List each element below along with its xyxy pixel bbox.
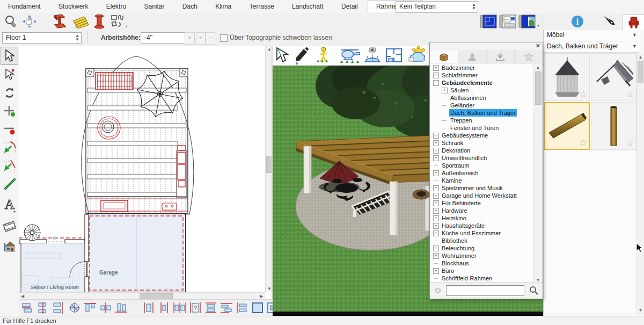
collapse-icon[interactable] [433, 80, 439, 86]
joists-center-line-icon[interactable] [36, 301, 50, 314]
expand-icon[interactable] [433, 208, 439, 214]
catalog-tree[interactable]: Badezimmer Schlafzimmer Gebäudeelemente … [430, 64, 535, 284]
panel-outline-icon[interactable] [251, 301, 265, 314]
tree-item[interactable]: Für Behinderte [430, 199, 535, 207]
scroll-up-icon[interactable]: ▲ [534, 65, 542, 70]
opening-narrow-icon[interactable] [157, 301, 171, 314]
rotate-tool[interactable] [1, 84, 18, 102]
expand-icon[interactable] [442, 88, 448, 93]
teilplan-select[interactable]: Kein Teilplan ▲▼ [396, 1, 478, 13]
pen-icon[interactable] [595, 14, 625, 29]
favorite-star-icon[interactable]: ☆ [579, 137, 587, 148]
expand-icon[interactable] [433, 170, 439, 176]
floor-select[interactable]: Floor 1 ▲▼ [2, 32, 82, 44]
expand-icon[interactable] [433, 155, 439, 161]
expand-icon[interactable] [433, 253, 439, 259]
tree-item[interactable]: Kamine [430, 177, 535, 184]
helicopter-mode-icon[interactable] [340, 50, 360, 63]
spinner-icon[interactable]: ▲▼ [472, 3, 476, 10]
tree-item[interactable]: Garage und Home Werkstatt [430, 192, 535, 199]
expand-icon[interactable] [433, 245, 439, 251]
2d-view-icon[interactable] [479, 14, 497, 29]
info-icon[interactable]: i [562, 14, 592, 29]
furniture-icon[interactable] [623, 15, 644, 30]
plan-horizontal-scrollbar[interactable]: ◀ ▶ [19, 292, 265, 300]
tree-item[interactable]: Schriftfeld-Rahmen [430, 275, 535, 282]
tab-sanitaer[interactable]: Sanitär [136, 0, 172, 13]
search-icon[interactable] [529, 286, 538, 295]
add-point-tool[interactable] [1, 103, 18, 120]
expand-icon[interactable] [433, 185, 439, 191]
search-input[interactable] [446, 285, 524, 296]
tree-item[interactable]: Beleuchtung [430, 244, 535, 252]
plates-offset-icon[interactable] [219, 301, 233, 314]
work-height-input[interactable]: -4" [141, 32, 188, 44]
tree-item-selected[interactable]: Dach, Balken und Träger [430, 109, 535, 117]
remove-point-tool[interactable] [1, 121, 18, 138]
opening-unknown-icon[interactable]: ? [188, 301, 202, 314]
tree-item[interactable]: Heimkino [430, 214, 535, 222]
tree-item[interactable]: Küche und Esszimmer [430, 229, 535, 237]
studs-top-icon[interactable] [83, 301, 97, 314]
palette-scrollbar[interactable]: ▲ ▼ [533, 64, 542, 284]
fence-tool[interactable] [1, 176, 18, 193]
plan-2d-viewport[interactable]: Garage Sejour / Living Room [19, 46, 273, 299]
palette-titlebar[interactable]: ✕ [430, 42, 543, 50]
tree-item[interactable]: Außenbereich [430, 169, 535, 177]
view-mode-dropdown-icon[interactable]: ▾ [537, 23, 539, 28]
scroll-left-icon[interactable]: ◀ [20, 294, 25, 299]
tree-item[interactable]: Gebäudeelemente [430, 79, 535, 86]
expand-icon[interactable] [433, 73, 439, 78]
tree-item[interactable]: Sportraum [430, 162, 535, 169]
studs-base-icon[interactable] [114, 301, 128, 314]
select-3d-icon[interactable] [277, 48, 288, 62]
catalog-palette[interactable]: ✕ Badezimmer Schlafzimmer Gebäudeelement… [429, 42, 543, 299]
overview-mode-icon[interactable] [365, 48, 380, 62]
wood-post-thumb[interactable]: ☆ [591, 102, 636, 150]
tree-item[interactable]: Fenster und Türen [430, 124, 535, 132]
expand-icon[interactable] [433, 65, 439, 71]
tree-item[interactable]: Büro [430, 267, 535, 275]
tree-item[interactable]: Schrank [430, 139, 535, 147]
tree-item[interactable]: Gebäudesysteme [430, 132, 535, 139]
catalog-title-select[interactable]: Möbel▼ [544, 30, 640, 41]
expand-icon[interactable] [433, 215, 439, 221]
close-icon[interactable]: ✕ [536, 42, 540, 49]
zoom-icon[interactable] [3, 14, 20, 29]
tree-item[interactable]: Schlafzimmer [430, 71, 535, 79]
catalog-category-select[interactable]: Dach, Balken und Träger▼ [544, 41, 640, 53]
walk-mode-icon[interactable] [317, 47, 328, 62]
select-tool[interactable] [1, 47, 18, 65]
wood-beam-thumb[interactable]: ☆ [544, 102, 590, 150]
joists-right-line-icon[interactable] [52, 301, 66, 314]
steel-column-icon[interactable] [91, 14, 107, 29]
opening-flanked-icon[interactable] [142, 301, 156, 314]
gable-roof-thumb[interactable]: ☆ [591, 53, 636, 101]
tab-dach[interactable]: Dach [174, 0, 206, 13]
tree-item[interactable]: Badezimmer [430, 64, 535, 71]
tree-item[interactable]: Treppen [430, 117, 535, 124]
tab-klima[interactable]: Klima [207, 0, 239, 13]
floorplan-mode-icon[interactable] [386, 49, 401, 62]
topography-checkbox[interactable] [220, 34, 228, 42]
expand-icon[interactable] [433, 133, 439, 139]
plates-top-bottom-icon[interactable] [204, 301, 218, 314]
chevron-down-icon[interactable]: ▼ [632, 30, 637, 40]
chevron-down-icon[interactable]: ▼ [632, 41, 637, 52]
cupola-thumb[interactable]: ☆ [544, 53, 590, 101]
framing-icon[interactable] [108, 14, 130, 29]
scroll-down-icon[interactable]: ▼ [637, 308, 644, 313]
tree-item[interactable]: Säulen [430, 86, 535, 94]
expand-icon[interactable] [433, 200, 439, 206]
walkthrough-tool[interactable] [1, 216, 18, 237]
tree-item[interactable]: Bibliothek [430, 237, 535, 244]
tree-item[interactable]: Wohnzimmer [430, 252, 535, 259]
3d-view-icon[interactable] [518, 14, 536, 29]
tree-item[interactable]: Umweltfreundlich [430, 154, 535, 162]
tab-elektro[interactable]: Elektro [98, 0, 134, 13]
tree-item[interactable]: Geländer [430, 102, 535, 109]
import-tab[interactable] [487, 50, 515, 63]
tree-item[interactable]: Haushaltsgeräte [430, 222, 535, 229]
round-column-icon[interactable] [68, 301, 82, 314]
select-alt-tool[interactable] [1, 66, 18, 83]
